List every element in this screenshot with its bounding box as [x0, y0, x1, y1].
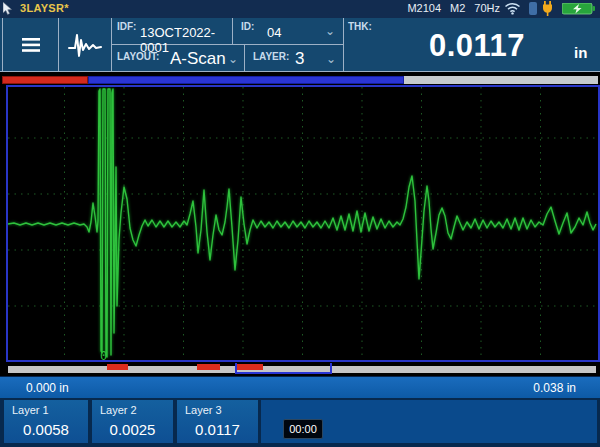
layer-value: 3	[295, 49, 304, 69]
gate-strip: 0	[0, 362, 600, 376]
tab-layer-3[interactable]: Layer 3 0.0117	[177, 400, 258, 443]
device-screen: 3LAYSR* M2104 M2 70Hz	[0, 0, 600, 447]
thk-label: THK:	[348, 21, 372, 32]
battery-icon	[562, 3, 596, 15]
layer-2-label: Layer 2	[100, 404, 137, 416]
range-scrollbar[interactable]	[2, 76, 598, 84]
display-range-blue	[88, 76, 404, 84]
id-dropdown[interactable]: ID: 04 ⌄	[233, 18, 344, 45]
id-label: ID:	[241, 21, 254, 32]
layout-value: A-Scan	[170, 49, 226, 69]
layer-3-label: Layer 3	[185, 404, 222, 416]
thk-unit: in	[574, 44, 587, 61]
status-mode: M2104	[407, 2, 441, 14]
waveform-trace	[8, 89, 596, 357]
header-bar: IDF: 13OCT2022-0001 ID: 04 ⌄ LAYOUT: A-S…	[0, 18, 600, 72]
thickness-readout: THK: 0.0117 in	[344, 18, 600, 71]
wifi-icon	[504, 2, 521, 15]
file-title: 3LAYSR*	[20, 2, 69, 14]
layer-dropdown[interactable]: LAYER: 3 ⌄	[245, 45, 344, 71]
gate-1	[107, 364, 128, 370]
layer-label: LAYER:	[253, 51, 289, 62]
layer-1-value: 0.0058	[4, 421, 88, 438]
ascan-plot[interactable]	[6, 85, 600, 362]
zero-marker: 0	[100, 349, 107, 363]
chevron-down-icon: ⌄	[228, 54, 238, 64]
layout-dropdown[interactable]: LAYOUT: A-Scan ⌄	[112, 45, 245, 71]
chevron-down-icon: ⌄	[326, 54, 336, 64]
gate-2	[197, 364, 220, 370]
layout-label: LAYOUT:	[117, 51, 159, 62]
top-status-bar: 3LAYSR* M2104 M2 70Hz	[0, 0, 600, 18]
waveform-svg	[8, 87, 598, 360]
ascan-view-button[interactable]	[59, 18, 112, 71]
thk-value: 0.0117	[402, 28, 552, 64]
power-plug-icon	[541, 1, 554, 16]
chevron-down-icon: ⌄	[325, 26, 335, 36]
idf-label: IDF:	[117, 21, 136, 32]
status-rate: 70Hz	[474, 2, 500, 14]
status-mode2: M2	[450, 2, 465, 14]
scale-min: 0.000 in	[26, 381, 69, 395]
layer-tab-bar: Layer 1 0.0058 Layer 2 0.0025 Layer 3 0.…	[0, 398, 600, 447]
idf-field[interactable]: IDF: 13OCT2022-0001	[112, 18, 233, 45]
hamburger-icon	[22, 38, 40, 52]
tab-layer-1[interactable]: Layer 1 0.0058	[4, 400, 88, 443]
layer-2-value: 0.0025	[92, 421, 173, 438]
measurement-status: M2104 M2 70Hz	[407, 2, 500, 14]
scale-max: 0.038 in	[533, 381, 576, 395]
range-strip	[0, 72, 600, 86]
menu-button[interactable]	[2, 18, 59, 71]
timer-display: 00:00	[283, 419, 323, 439]
id-value: 04	[267, 25, 281, 40]
ascan-waveform-icon	[68, 32, 102, 58]
bottom-right-panel: 00:00	[261, 400, 597, 443]
tab-layer-2[interactable]: Layer 2 0.0025	[92, 400, 173, 443]
range-scalebar: 0.000 in 0.038 in	[0, 376, 600, 398]
gate-3	[237, 364, 263, 370]
cursor-icon	[3, 2, 14, 15]
layer-1-label: Layer 1	[12, 404, 49, 416]
zoom-region-red	[2, 76, 88, 84]
probe-indicator-icon	[529, 2, 537, 15]
layer-3-value: 0.0117	[177, 421, 258, 438]
